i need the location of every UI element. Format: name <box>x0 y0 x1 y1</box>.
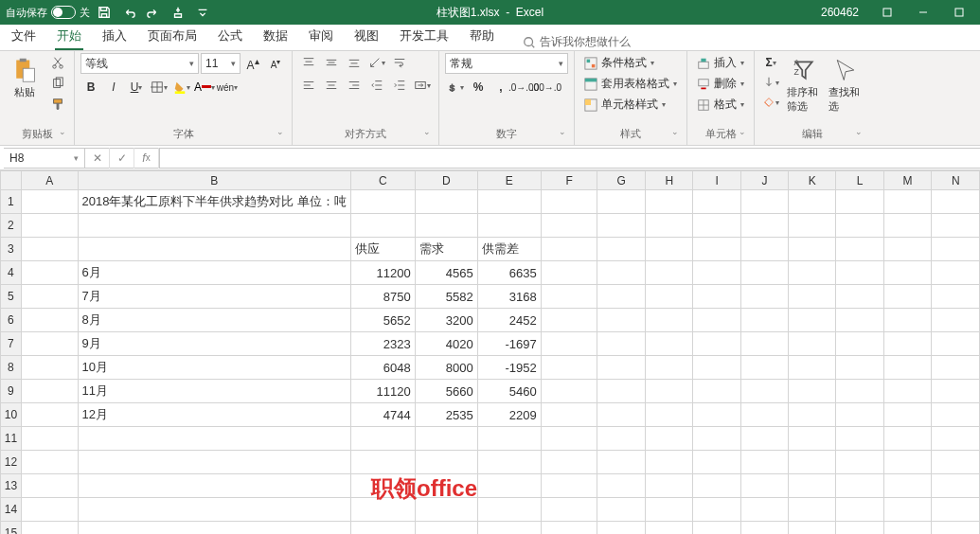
cell-H13[interactable] <box>645 474 692 498</box>
cell-C15[interactable] <box>351 522 416 535</box>
cell-C12[interactable] <box>351 451 416 474</box>
cell-K11[interactable] <box>789 427 836 451</box>
cell-F12[interactable] <box>541 451 597 474</box>
cell-E8[interactable]: -1952 <box>477 356 541 380</box>
cell-L4[interactable] <box>836 261 883 285</box>
clear-icon[interactable] <box>760 93 781 112</box>
cell-C10[interactable]: 4744 <box>351 403 416 427</box>
cell-J4[interactable] <box>740 261 788 285</box>
cell-L10[interactable] <box>836 403 883 427</box>
cell-L1[interactable] <box>836 190 883 214</box>
cell-G13[interactable] <box>597 474 646 498</box>
cell-G15[interactable] <box>597 522 646 535</box>
cut-icon[interactable] <box>47 53 68 72</box>
cell-G11[interactable] <box>597 427 646 451</box>
col-header-A[interactable]: A <box>21 171 78 190</box>
cell-L6[interactable] <box>836 309 883 332</box>
col-header-I[interactable]: I <box>693 171 740 190</box>
cell-D6[interactable]: 3200 <box>415 309 477 332</box>
italic-icon[interactable]: I <box>103 78 124 97</box>
ribbon-options-icon[interactable] <box>870 0 904 25</box>
orientation-icon[interactable] <box>366 53 387 72</box>
cell-K6[interactable] <box>789 309 836 332</box>
cell-F1[interactable] <box>541 190 597 214</box>
tell-me-search[interactable]: 告诉我你想做什么 <box>523 34 631 50</box>
cell-F5[interactable] <box>541 285 597 309</box>
cell-G12[interactable] <box>597 451 646 474</box>
cell-I4[interactable] <box>693 261 740 285</box>
cell-C13[interactable] <box>351 474 416 498</box>
row-header-2[interactable]: 2 <box>1 214 22 238</box>
col-header-H[interactable]: H <box>645 171 692 190</box>
align-center-icon[interactable] <box>321 76 342 95</box>
cell-J6[interactable] <box>740 309 788 332</box>
cell-H10[interactable] <box>645 403 692 427</box>
enter-formula-icon[interactable]: ✓ <box>110 148 134 169</box>
cell-M12[interactable] <box>883 451 932 474</box>
cell-N15[interactable] <box>932 522 980 535</box>
row-header-12[interactable]: 12 <box>1 451 22 474</box>
decrease-decimal-icon[interactable]: .00→.0 <box>536 78 557 97</box>
cell-H2[interactable] <box>645 214 692 238</box>
cell-E13[interactable] <box>477 474 541 498</box>
cell-I13[interactable] <box>693 474 740 498</box>
cell-D10[interactable]: 2535 <box>415 403 477 427</box>
minimize-icon[interactable] <box>906 0 940 25</box>
select-all-corner[interactable] <box>1 171 22 190</box>
touch-mode-icon[interactable] <box>168 2 188 23</box>
cell-I10[interactable] <box>693 403 740 427</box>
row-header-10[interactable]: 10 <box>1 403 22 427</box>
col-header-B[interactable]: B <box>78 171 351 190</box>
align-middle-icon[interactable] <box>321 53 342 72</box>
cell-N9[interactable] <box>932 380 980 403</box>
cell-D4[interactable]: 4565 <box>415 261 477 285</box>
cell-A12[interactable] <box>21 451 78 474</box>
cell-I11[interactable] <box>693 427 740 451</box>
cell-E9[interactable]: 5460 <box>477 380 541 403</box>
cell-N4[interactable] <box>932 261 980 285</box>
cell-H15[interactable] <box>645 522 692 535</box>
autosave-toggle[interactable]: 自动保存 关 <box>6 6 90 20</box>
cell-C11[interactable] <box>351 427 416 451</box>
cell-G8[interactable] <box>597 356 646 380</box>
menu-tab-9[interactable]: 帮助 <box>468 24 496 50</box>
user-label[interactable]: 260462 <box>811 6 868 19</box>
cell-E5[interactable]: 3168 <box>477 285 541 309</box>
increase-indent-icon[interactable] <box>389 76 410 95</box>
save-icon[interactable] <box>94 2 115 23</box>
cell-K9[interactable] <box>789 380 836 403</box>
cell-F2[interactable] <box>541 214 597 238</box>
row-header-5[interactable]: 5 <box>1 285 22 309</box>
cell-H8[interactable] <box>645 356 692 380</box>
cell-D7[interactable]: 4020 <box>415 332 477 356</box>
cell-D14[interactable] <box>415 498 477 522</box>
cell-N14[interactable] <box>932 498 980 522</box>
cell-H5[interactable] <box>645 285 692 309</box>
cell-D8[interactable]: 8000 <box>415 356 477 380</box>
qat-dropdown-icon[interactable] <box>192 2 213 23</box>
cell-C8[interactable]: 6048 <box>351 356 416 380</box>
increase-font-icon[interactable]: A▴ <box>242 54 263 73</box>
underline-icon[interactable]: U <box>126 78 147 97</box>
cell-B6[interactable]: 8月 <box>78 309 351 332</box>
cell-C6[interactable]: 5652 <box>351 309 416 332</box>
cell-C14[interactable] <box>351 498 416 522</box>
cell-A14[interactable] <box>21 498 78 522</box>
cell-B3[interactable] <box>78 238 351 261</box>
sort-filter-button[interactable]: AZ 排序和筛选 <box>785 53 823 117</box>
col-header-J[interactable]: J <box>740 171 788 190</box>
cell-H7[interactable] <box>645 332 692 356</box>
cell-I5[interactable] <box>693 285 740 309</box>
cell-H4[interactable] <box>645 261 692 285</box>
accounting-format-icon[interactable]: $ <box>445 78 466 97</box>
cell-G4[interactable] <box>597 261 646 285</box>
cell-J7[interactable] <box>740 332 788 356</box>
cell-A2[interactable] <box>21 214 78 238</box>
cell-B7[interactable]: 9月 <box>78 332 351 356</box>
cell-F11[interactable] <box>541 427 597 451</box>
cell-M15[interactable] <box>883 522 932 535</box>
cell-E15[interactable] <box>477 522 541 535</box>
row-header-1[interactable]: 1 <box>1 190 22 214</box>
decrease-font-icon[interactable]: A▾ <box>265 54 286 73</box>
cell-D9[interactable]: 5660 <box>415 380 477 403</box>
